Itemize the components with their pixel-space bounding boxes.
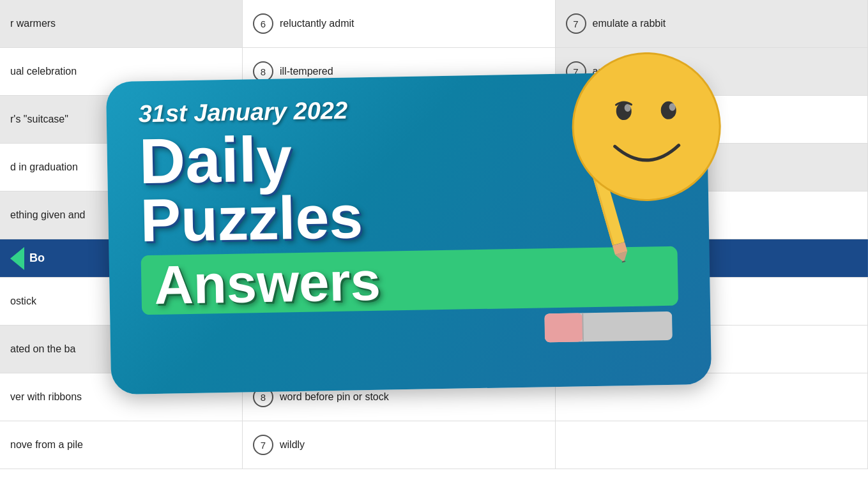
banner-answers: Answers — [141, 246, 678, 315]
cell-9-0: nove from a pile — [0, 421, 243, 469]
eraser-icon — [544, 308, 673, 349]
clue-text: nove from a pile — [10, 439, 83, 451]
cell-0-2: 7 emulate a rabbit — [556, 0, 869, 47]
clue-number: 7 — [253, 435, 273, 455]
puzzle-row-9: nove from a pile 7 wildly — [0, 421, 868, 469]
clue-number: 6 — [253, 13, 273, 34]
clue-text: r warmers — [10, 18, 56, 29]
cell-9-2 — [556, 421, 869, 469]
clue-text: ill-tempered — [280, 66, 333, 77]
svg-line-13 — [582, 313, 583, 341]
clue-text: ething given and — [10, 209, 85, 221]
clue-text: wildly — [280, 439, 305, 451]
clue-text: ual celebration — [10, 66, 77, 77]
svg-rect-12 — [544, 313, 583, 342]
clue-text: r's "suitcase" — [10, 114, 68, 125]
puzzle-row-0: r warmers 6 reluctantly admit 7 emulate … — [0, 0, 868, 48]
cell-text: Bo — [29, 251, 45, 265]
clue-text: ver with ribbons — [10, 391, 82, 403]
arrow-icon — [10, 247, 24, 270]
clue-text: word before pin or stock — [280, 391, 389, 403]
svg-point-6 — [572, 52, 721, 201]
cell-0-0: r warmers — [0, 0, 243, 47]
cell-9-1: 7 wildly — [243, 421, 556, 469]
clue-text: d in graduation — [10, 161, 78, 173]
clue-text: reluctantly admit — [280, 18, 354, 29]
banner-overlay: 31st January 2022 Daily Puzzles Answers — [106, 71, 712, 394]
cell-0-1: 6 reluctantly admit — [243, 0, 556, 47]
clue-text: ostick — [10, 296, 36, 307]
clue-text: ated on the ba — [10, 343, 75, 355]
clue-text: emulate a rabbit — [593, 18, 666, 29]
clue-number: 7 — [566, 13, 586, 34]
smiley-face-icon — [565, 45, 727, 207]
